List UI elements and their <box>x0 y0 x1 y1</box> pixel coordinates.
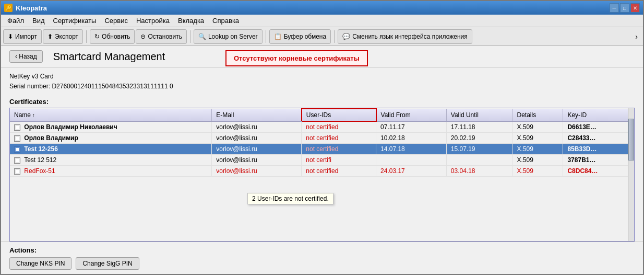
table-row[interactable]: RedFox-51 vorlov@lissi.ru not certified … <box>10 166 634 177</box>
content-area: ‹ Назад Smartcard Management Отсутствуют… <box>1 46 643 274</box>
page-header: ‹ Назад Smartcard Management Отсутствуют… <box>1 46 643 67</box>
certificates-table: Name E-Mail User-IDs Valid From Valid Un… <box>10 108 634 177</box>
col-validuntil[interactable]: Valid Until <box>446 109 512 121</box>
title-bar-controls: ─ □ ✕ <box>610 3 640 13</box>
export-icon: ⬆ <box>47 33 53 40</box>
cell-validuntil: 15.07.19 <box>446 144 512 155</box>
table-scrollbar[interactable] <box>628 108 634 241</box>
refresh-icon: ↻ <box>94 33 100 40</box>
cell-details: X.509 <box>512 144 563 155</box>
cell-email: vorlov@lissi.ru <box>212 155 302 166</box>
menu-tab[interactable]: Вкладка <box>174 15 208 26</box>
minimize-button[interactable]: ─ <box>610 3 619 13</box>
clipboard-button[interactable]: 📋 Буфер обмена <box>269 29 331 44</box>
actions-buttons: Change NKS PIN Change SigG PIN <box>9 257 635 270</box>
certificates-table-container[interactable]: Name E-Mail User-IDs Valid From Valid Un… <box>9 108 635 242</box>
card-info: NetKey v3 Card Serial number: D276000124… <box>1 67 643 96</box>
toolbar: ⬇ Импорт ⬆ Экспорт ↻ Обновить ⊖ Останови… <box>1 27 643 46</box>
change-nks-pin-button[interactable]: Change NKS PIN <box>9 257 71 270</box>
title-bar-text: Kleopatra <box>16 4 610 12</box>
col-name[interactable]: Name <box>10 109 212 121</box>
cell-keyid: C8DC84… <box>563 166 634 177</box>
cell-validuntil: 17.11.18 <box>446 121 512 133</box>
cell-email: vorlov@lissi.ru <box>212 133 302 144</box>
menu-help[interactable]: Справка <box>208 15 243 26</box>
change-sigg-pin-button[interactable]: Change SigG PIN <box>76 257 139 270</box>
export-button[interactable]: ⬆ Экспорт <box>43 29 83 44</box>
cell-keyid: C28433… <box>563 133 634 144</box>
language-icon: 💬 <box>342 33 350 40</box>
cell-name: Орлов Владимир <box>10 133 212 144</box>
maximize-button[interactable]: □ <box>620 3 629 13</box>
separator-3 <box>266 30 266 43</box>
scrollbar-thumb[interactable] <box>628 119 634 161</box>
col-keyid[interactable]: Key-ID <box>563 109 634 121</box>
separator-2 <box>190 30 190 43</box>
stop-button[interactable]: ⊖ Остановить <box>136 29 187 44</box>
clipboard-icon: 📋 <box>274 33 282 40</box>
certificates-label: Certificates: <box>1 96 643 108</box>
cell-validuntil <box>446 155 512 166</box>
col-userids[interactable]: User-IDs <box>302 109 376 121</box>
menu-settings[interactable]: Настройка <box>132 15 174 26</box>
cell-userids: not certified <box>302 166 376 177</box>
cell-details: X.509 <box>512 166 563 177</box>
col-email[interactable]: E-Mail <box>212 109 302 121</box>
import-button[interactable]: ⬇ Импорт <box>3 29 42 44</box>
table-header-row: Name E-Mail User-IDs Valid From Valid Un… <box>10 109 634 121</box>
menu-view[interactable]: Вид <box>28 15 49 26</box>
cell-validfrom: 10.02.18 <box>376 133 447 144</box>
card-serial: Serial number: D276000124011150484353233… <box>9 82 635 91</box>
cell-userids: not certified <box>302 121 376 133</box>
cert-icon <box>14 146 20 153</box>
col-validfrom[interactable]: Valid From <box>376 109 447 121</box>
cell-userids: not certifi <box>302 155 376 166</box>
cell-name: Орлов Владимир Николаевич <box>10 121 212 133</box>
separator-1 <box>86 30 87 43</box>
table-row[interactable]: Test 12 512 vorlov@lissi.ru not certifi … <box>10 155 634 166</box>
cert-icon <box>14 168 20 175</box>
main-window: 🔑 Kleopatra ─ □ ✕ Файл Вид Сертификаты С… <box>0 0 644 275</box>
menu-certs[interactable]: Сертификаты <box>49 15 101 26</box>
table-row[interactable]: Орлов Владимир vorlov@lissi.ru not certi… <box>10 133 634 144</box>
warning-box: Отсутствуют корневые сертификаты <box>225 50 368 66</box>
menu-service[interactable]: Сервис <box>100 15 132 26</box>
cell-keyid: 3787B1… <box>563 155 634 166</box>
close-button[interactable]: ✕ <box>630 3 640 13</box>
cell-validfrom: 14.07.18 <box>376 144 447 155</box>
cell-keyid: D6613E… <box>563 121 634 133</box>
cert-icon <box>14 157 20 164</box>
cert-icon <box>14 124 20 131</box>
cell-validfrom: 24.03.17 <box>376 166 447 177</box>
page-title: Smartcard Management <box>53 51 165 63</box>
separator-4 <box>334 30 335 43</box>
refresh-button[interactable]: ↻ Обновить <box>90 29 135 44</box>
menu-bar: Файл Вид Сертификаты Сервис Настройка Вк… <box>1 15 643 27</box>
lookup-server-button[interactable]: 🔍 Lookup on Server <box>194 29 263 44</box>
cell-validfrom: 07.11.17 <box>376 121 447 133</box>
title-bar: 🔑 Kleopatra ─ □ ✕ <box>1 1 643 15</box>
cell-validuntil: 03.04.18 <box>446 166 512 177</box>
import-icon: ⬇ <box>8 33 13 40</box>
app-icon: 🔑 <box>4 4 13 12</box>
table-row[interactable]: Орлов Владимир Николаевич vorlov@lissi.r… <box>10 121 634 133</box>
col-details[interactable]: Details <box>512 109 563 121</box>
cell-validuntil: 20.02.19 <box>446 133 512 144</box>
cell-email: vorlov@lissi.ru <box>212 166 302 177</box>
search-icon: 🔍 <box>198 33 206 40</box>
toolbar-expand-button[interactable]: › <box>632 30 641 43</box>
back-button[interactable]: ‹ Назад <box>9 50 43 63</box>
cell-details: X.509 <box>512 133 563 144</box>
cell-name: RedFox-51 <box>10 166 212 177</box>
cert-icon <box>14 135 20 142</box>
table-row[interactable]: Test 12-256 vorlov@lissi.ru not certifie… <box>10 144 634 155</box>
language-button[interactable]: 💬 Сменить язык интерфейса приложения <box>338 29 472 44</box>
cell-email: vorlov@lissi.ru <box>212 144 302 155</box>
actions-label: Actions: <box>9 246 635 254</box>
card-type: NetKey v3 Card <box>9 72 635 82</box>
cell-keyid: 85B33D… <box>563 144 634 155</box>
menu-file[interactable]: Файл <box>3 15 28 26</box>
cell-email: vorlov@lissi.ru <box>212 121 302 133</box>
cell-userids: not certified <box>302 144 376 155</box>
stop-icon: ⊖ <box>140 33 146 40</box>
